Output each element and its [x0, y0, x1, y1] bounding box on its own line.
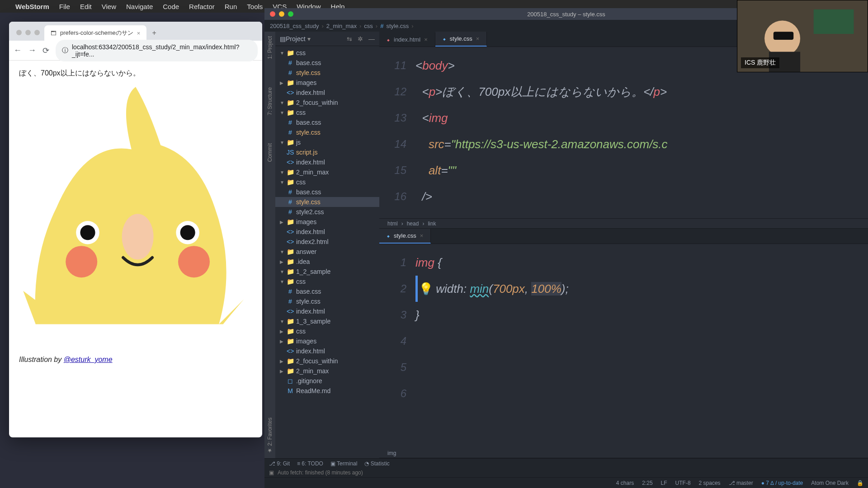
tree-row[interactable]: #style2.css	[275, 207, 379, 217]
tree-row[interactable]: #base.css	[275, 286, 379, 296]
editor-bottom[interactable]: 123456 img { 💡width: min(700px, 100%); }	[379, 244, 868, 448]
editor-tab-style[interactable]: ⬥style.css×	[435, 32, 487, 47]
tree-row[interactable]: <>index.html	[275, 346, 379, 356]
tree-row[interactable]: <>index.html	[275, 157, 379, 167]
tree-row[interactable]: #style.css	[275, 197, 379, 207]
window-controls[interactable]	[12, 30, 44, 35]
address-bar[interactable]: ⓘ localhost:63342/200518_css_study/2_min…	[56, 40, 258, 61]
status-updates[interactable]: ● 7 ∆ / up-to-date	[761, 480, 803, 486]
tree-row[interactable]: #base.css	[275, 187, 379, 197]
menu-tools[interactable]: Tools	[247, 3, 263, 10]
status-indent[interactable]: 2 spaces	[699, 480, 721, 486]
new-tab-button[interactable]: +	[146, 25, 161, 41]
tree-row[interactable]: <>index.html	[275, 88, 379, 98]
menu-run[interactable]: Run	[225, 3, 237, 10]
tree-row[interactable]: ▶📁css	[275, 326, 379, 336]
hide-icon[interactable]: —	[368, 35, 375, 42]
tree-row[interactable]: ▼📁answer	[275, 247, 379, 257]
status-icon: ▣	[269, 469, 274, 476]
status-branch[interactable]: ⎇ master	[729, 480, 753, 486]
commit-tool-button[interactable]: Commit	[267, 143, 273, 162]
tree-row[interactable]: MReadMe.md	[275, 386, 379, 396]
tab-title: prefers-color-schemeのサン	[60, 29, 133, 37]
status-lineend[interactable]: LF	[661, 480, 667, 486]
tree-row[interactable]: ▶📁.idea	[275, 257, 379, 267]
tree-row[interactable]: #style.css	[275, 68, 379, 78]
tree-row[interactable]: ▼📁css	[275, 48, 379, 58]
status-chars: 4 chars	[616, 480, 634, 486]
browser-toolbar: ← → ⟳ ⓘ localhost:63342/200518_css_study…	[9, 41, 262, 61]
auto-fetch-status: ▣ Auto fetch: finished (8 minutes ago)	[264, 468, 868, 477]
status-bar: 4 chars 2:25 LF UTF-8 2 spaces ⎇ master …	[264, 477, 868, 488]
tool-rail-left[interactable]: 1: Project 7: Structure Commit ★ 2: Favo…	[264, 32, 275, 458]
tool-window-bar[interactable]: ⎇ 9: Git ≡ 6: TODO ▣ Terminal ◔ Statisti…	[264, 458, 868, 468]
tree-row[interactable]: ▶📁images	[275, 78, 379, 88]
tree-row[interactable]: ▶📁2_min_max	[275, 366, 379, 376]
tree-row[interactable]: ▼📁js	[275, 137, 379, 147]
tree-row[interactable]: <>index2.html	[275, 237, 379, 247]
tree-row[interactable]: ▶📁2_focus_within	[275, 356, 379, 366]
menu-view[interactable]: View	[102, 3, 116, 10]
code-body[interactable]: img { 💡width: min(700px, 100%); }	[415, 244, 569, 448]
app-name[interactable]: WebStorm	[15, 3, 49, 10]
close-icon[interactable]: ×	[476, 35, 480, 42]
info-icon[interactable]: ⓘ	[62, 47, 68, 55]
window-title: 200518_css_study – style.css	[527, 11, 605, 18]
project-tree[interactable]: ▼📁css#base.css#style.css▶📁images<>index.…	[275, 46, 379, 400]
project-tool-button[interactable]: 1: Project	[267, 36, 273, 59]
tree-row[interactable]: #base.css	[275, 117, 379, 127]
code-body[interactable]: <body> <p>ぼく、700px以上にはならないから。</p> <img s…	[415, 47, 668, 218]
editor-tab-style-bottom[interactable]: ⬥style.css×	[379, 229, 431, 244]
tree-row[interactable]: <>index.html	[275, 306, 379, 316]
close-icon[interactable]: ×	[137, 30, 141, 37]
terminal-tool[interactable]: ▣ Terminal	[330, 460, 357, 467]
git-tool[interactable]: ⎇ 9: Git	[269, 460, 290, 467]
tree-row[interactable]: #style.css	[275, 296, 379, 306]
tree-row[interactable]: ◻.gitignore	[275, 376, 379, 386]
todo-tool[interactable]: ≡ 6: TODO	[297, 460, 323, 467]
collapse-icon[interactable]: ⇆	[347, 35, 352, 42]
tree-row[interactable]: ▶📁images	[275, 336, 379, 346]
status-caret[interactable]: 2:25	[642, 480, 652, 486]
tree-row[interactable]: #style.css	[275, 127, 379, 137]
tree-row[interactable]: ▼📁1_2_sample	[275, 267, 379, 277]
tree-row[interactable]: JSscript.js	[275, 147, 379, 157]
settings-icon[interactable]: ✲	[358, 35, 363, 42]
menu-code[interactable]: Code	[163, 3, 179, 10]
menu-edit[interactable]: Edit	[80, 3, 92, 10]
svg-point-1	[80, 225, 95, 240]
back-button[interactable]: ←	[14, 46, 22, 55]
tree-row[interactable]: ▼📁css	[275, 108, 379, 117]
menu-refactor[interactable]: Refactor	[189, 3, 215, 10]
css-breadcrumb[interactable]: img	[379, 448, 868, 458]
status-encoding[interactable]: UTF-8	[675, 480, 691, 486]
structure-tool-button[interactable]: 7: Structure	[267, 87, 273, 115]
close-icon[interactable]: ×	[424, 36, 428, 43]
tree-row[interactable]: ▼📁2_min_max	[275, 167, 379, 177]
browser-tabstrip: 🗔 prefers-color-schemeのサン × +	[9, 22, 262, 41]
window-controls[interactable]	[264, 11, 299, 17]
tree-row[interactable]: ▶📁images	[275, 217, 379, 227]
tree-row[interactable]: ▼📁css	[275, 277, 379, 286]
svg-rect-11	[774, 32, 793, 40]
tree-row[interactable]: ▼📁1_3_sample	[275, 316, 379, 326]
reload-button[interactable]: ⟳	[42, 46, 49, 56]
status-theme[interactable]: Atom One Dark	[811, 480, 849, 486]
menu-navigate[interactable]: Navigate	[126, 3, 153, 10]
project-header[interactable]: ▤ Project ▾ ⇆✲—	[275, 32, 379, 46]
editor-breadcrumb[interactable]: html›head›link	[379, 219, 868, 229]
forward-button[interactable]: →	[28, 46, 36, 55]
close-icon[interactable]: ×	[420, 232, 424, 239]
menu-file[interactable]: File	[59, 3, 70, 10]
editor-tab-index[interactable]: ⬥index.html×	[379, 33, 435, 47]
tree-row[interactable]: ▼📁css	[275, 177, 379, 187]
credit-link[interactable]: @esturk_yome	[64, 356, 113, 363]
status-lock-icon[interactable]: 🔒	[857, 480, 863, 486]
favorites-tool-button[interactable]: ★ 2: Favorites	[267, 418, 273, 454]
bulb-icon[interactable]: 💡	[419, 282, 433, 296]
tree-row[interactable]: ▼📁2_focus_within	[275, 98, 379, 108]
tree-row[interactable]: <>index.html	[275, 227, 379, 237]
tree-row[interactable]: #base.css	[275, 58, 379, 68]
statistic-tool[interactable]: ◔ Statistic	[364, 460, 389, 467]
browser-tab[interactable]: 🗔 prefers-color-schemeのサン ×	[44, 25, 146, 41]
